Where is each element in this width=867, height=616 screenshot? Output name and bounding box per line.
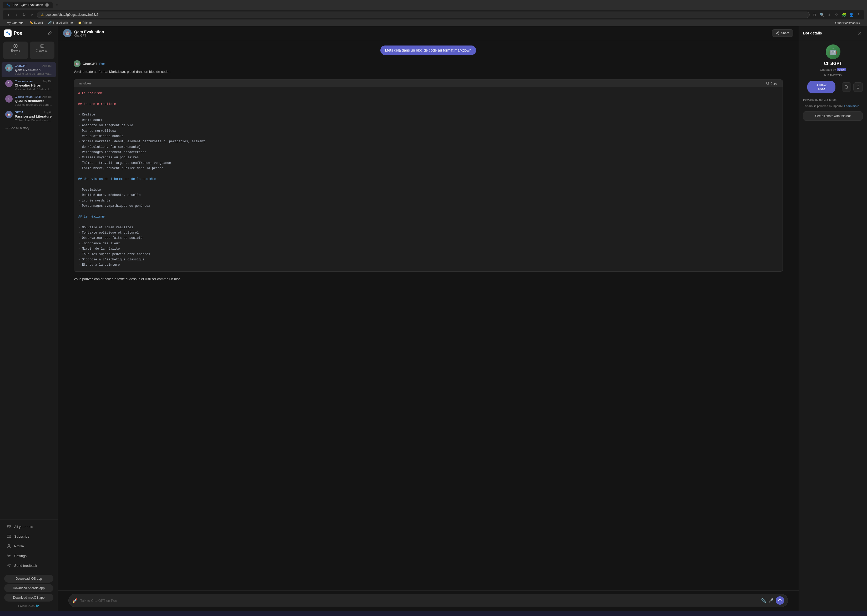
chat-input-area: 🚀 📎 🎤	[58, 591, 799, 611]
profile-nav-button[interactable]: 👤	[848, 12, 854, 18]
subscribe-item[interactable]: Subscribe	[2, 531, 56, 541]
copy-icon	[766, 82, 770, 85]
active-tab[interactable]: 🐾 Poe - Qcm Evaluation ×	[3, 2, 53, 8]
cast-button[interactable]: ⊡	[811, 12, 818, 18]
edit-icon	[48, 31, 52, 35]
bookmark-button[interactable]: ☆	[833, 12, 840, 18]
user-message: Mets cela dans un bloc de code au format…	[380, 46, 476, 55]
bookmark-mystaffportal[interactable]: MyStaffPortal	[5, 21, 26, 25]
chat-title-4: Passion and Literature	[15, 115, 52, 118]
chat-avatar-3: AI	[5, 95, 13, 102]
poe-logo-icon: 🐾	[4, 30, 12, 37]
send-feedback-label: Send feedback	[14, 564, 37, 567]
zoom-button[interactable]: 🔍	[818, 12, 825, 18]
follow-twitter[interactable]: Follow us on 🐦	[4, 603, 53, 609]
copy-label: Copy	[770, 82, 777, 85]
bot-message-source[interactable]: Poe	[99, 62, 105, 65]
code-list-3: - Nouvelle et roman réalistes - Contexte…	[78, 225, 778, 268]
send-feedback-item[interactable]: Send feedback	[2, 561, 56, 570]
microphone-icon[interactable]: 🎤	[768, 598, 774, 603]
input-actions: 📎 🎤	[761, 596, 784, 605]
browser-nav: ‹ › ↻ ⌂ 🔒 poe.com/chat/2g9qgcs1icomy3m63…	[3, 10, 864, 19]
bookmark-shared[interactable]: 🔗 Shared with me	[47, 20, 74, 25]
download-android-button[interactable]: Download Android app	[4, 584, 53, 592]
rocket-icon: 🚀	[72, 598, 78, 603]
home-button[interactable]: ⌂	[29, 12, 35, 18]
poe-logo: 🐾 Poe	[4, 30, 22, 37]
download-macos-button[interactable]: Download macOS app	[4, 594, 53, 602]
copy-button[interactable]: Copy	[765, 81, 779, 85]
learn-more-link[interactable]: Learn more	[844, 104, 859, 108]
share-nav-button[interactable]: ⬆	[826, 12, 832, 18]
chat-header-info: 🤖 Qcm Evaluation ChatGPT	[63, 29, 104, 37]
refresh-button[interactable]: ↻	[21, 12, 27, 18]
bookmark-primary[interactable]: 📁 Primary	[77, 20, 94, 25]
chat-item-3[interactable]: AI Claude-instant-100k Aug 10 › QCM IA d…	[2, 93, 56, 108]
see-all-chats-button[interactable]: See all chats with this bot	[803, 111, 863, 121]
tab-close-button[interactable]: ×	[45, 3, 49, 7]
forward-button[interactable]: ›	[13, 12, 19, 18]
send-button[interactable]	[776, 596, 784, 605]
bot-message: 🤖 ChatGPT Poe Voici le texte au format M…	[74, 60, 783, 282]
profile-item[interactable]: Profile	[2, 541, 56, 551]
chat-title-1: Qcm Evaluation	[15, 68, 52, 72]
chat-preview-1: Voici le texte au format Markdown, p...	[15, 72, 52, 75]
code-block: markdown Copy # Le réalisme ## Le con	[74, 79, 783, 272]
lock-icon: 🔒	[41, 13, 44, 16]
send-icon	[778, 599, 782, 602]
panel-action-icon-2[interactable]	[853, 82, 863, 92]
poe-badge: @poe	[837, 68, 846, 71]
chat-input-box: 🚀 📎 🎤	[68, 594, 788, 607]
code-line-h2-3: ## Le réalisme	[78, 214, 778, 219]
chat-date-4: Aug 6 ›	[44, 111, 52, 114]
chat-input[interactable]	[80, 599, 759, 603]
chat-avatar-1: 🤖	[5, 64, 13, 72]
close-icon	[858, 31, 861, 35]
bookmark-submit[interactable]: ✏️ Submit	[28, 20, 44, 25]
back-button[interactable]: ‹	[5, 12, 12, 18]
powered-label: Powered by gpt-3.5-turbo.	[803, 98, 837, 101]
svg-rect-9	[9, 537, 10, 537]
code-lang-label: markdown	[78, 82, 91, 85]
chat-item-4[interactable]: 🤖 GPT-4 Aug 6 › Passion and Literature *…	[2, 108, 56, 124]
panel-action-icon-1[interactable]	[842, 82, 851, 92]
app-download-section: Download iOS app Download Android app Do…	[0, 573, 58, 611]
svg-rect-18	[845, 86, 847, 88]
bookmark-other[interactable]: Other Bookmarks »	[834, 21, 862, 25]
panel-powered: Powered by gpt-3.5-turbo.	[799, 96, 867, 104]
panel-title: Bot details	[803, 31, 822, 35]
explore-button[interactable]: Explore ›	[3, 42, 28, 59]
chat-list: 🤖 ChatGPT Aug 15 › Qcm Evaluation Voici …	[0, 61, 58, 519]
main-chat: 🤖 Qcm Evaluation ChatGPT Share Mets cela…	[58, 26, 799, 611]
address-bar[interactable]: 🔒 poe.com/chat/2g9qgcs1icomy3m63z5	[37, 12, 810, 18]
share-button[interactable]: Share	[772, 30, 793, 37]
chat-item-1[interactable]: 🤖 ChatGPT Aug 15 › Qcm Evaluation Voici …	[2, 62, 56, 77]
attachment-icon[interactable]: 📎	[761, 598, 766, 603]
svg-point-10	[8, 544, 10, 546]
sidebar-nav-row: Explore › Create bot +	[0, 40, 58, 61]
all-your-bots-item[interactable]: All your bots	[2, 522, 56, 531]
panel-close-button[interactable]	[856, 30, 863, 36]
create-bot-icon	[40, 44, 44, 49]
app-container: 🐾 Poe Explore ›	[0, 26, 867, 611]
new-chat-button[interactable]: + New chat	[807, 81, 836, 93]
chat-date-2: Aug 15 ›	[42, 80, 52, 83]
new-tab-button[interactable]: +	[53, 2, 61, 8]
code-list-2: - Pessimiste - Réalité dure, méchante, c…	[78, 187, 778, 209]
extensions-button[interactable]: 🧩	[841, 12, 847, 18]
panel-copy-icon	[845, 85, 848, 89]
sidebar-bottom: All your bots Subscribe Profile	[0, 519, 58, 573]
chat-item-2[interactable]: AI Claude-instant Aug 15 › Chevalier Hér…	[2, 78, 56, 93]
chat-bot-1: ChatGPT	[15, 64, 27, 68]
download-ios-button[interactable]: Download iOS app	[4, 575, 53, 583]
bots-icon	[7, 525, 11, 529]
menu-button[interactable]: ⋮	[855, 12, 862, 18]
settings-item[interactable]: Settings	[2, 551, 56, 561]
poe-logo-text: Poe	[14, 30, 22, 36]
edit-icon-button[interactable]	[46, 30, 53, 37]
svg-point-4	[42, 46, 43, 47]
chat-bot-4: GPT-4	[15, 111, 23, 114]
see-all-history[interactable]: ··· See all history	[0, 124, 58, 132]
svg-point-14	[778, 34, 779, 35]
create-bot-button[interactable]: Create bot +	[30, 42, 55, 59]
